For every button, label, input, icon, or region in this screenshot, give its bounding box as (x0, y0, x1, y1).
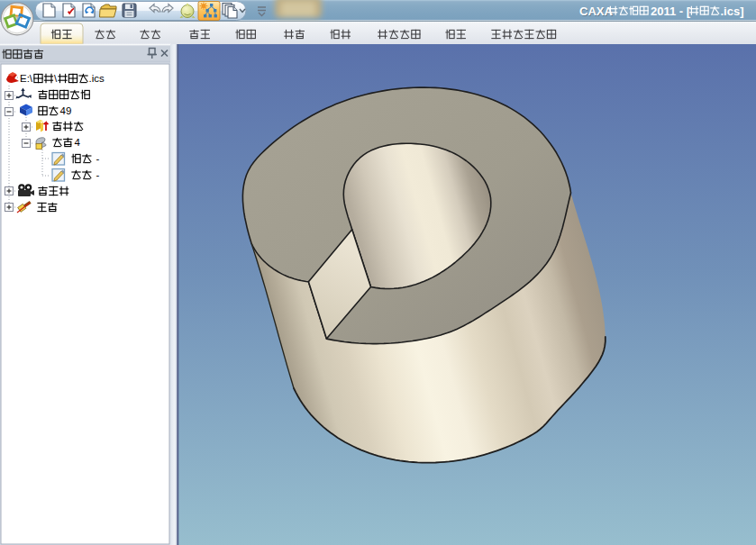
svg-text:-: - (96, 169, 100, 180)
svg-text:4: 4 (75, 137, 81, 148)
svg-text:.ics: .ics (89, 73, 105, 84)
svg-text:.ics]: .ics] (721, 5, 744, 18)
svg-text:CAXA: CAXA (579, 5, 613, 18)
svg-text:E:\: E:\ (20, 73, 33, 84)
svg-text:49: 49 (60, 105, 72, 116)
svg-text:2011 - [: 2011 - [ (651, 5, 691, 18)
svg-text:-: - (96, 153, 100, 164)
